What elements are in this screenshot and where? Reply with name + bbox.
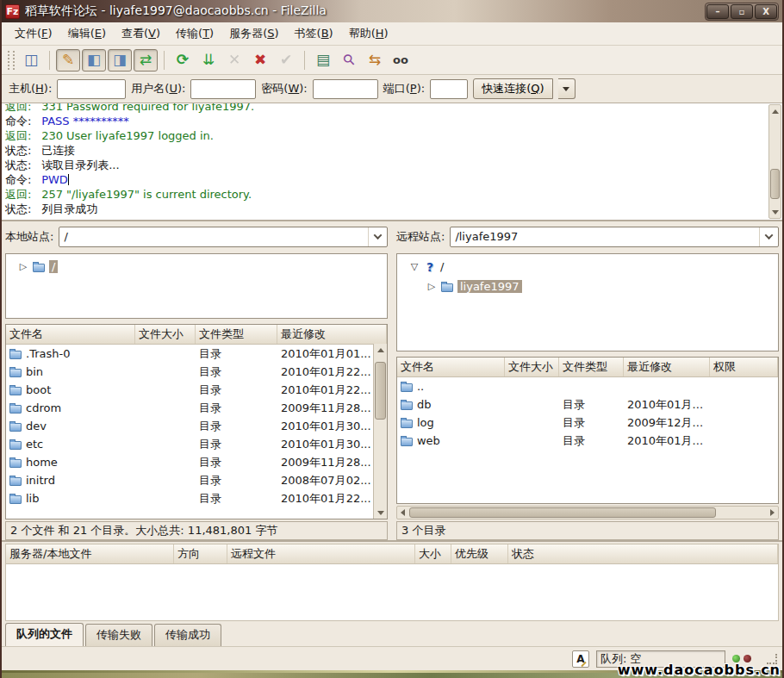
maximize-button[interactable]: ▫: [731, 4, 753, 19]
table-row[interactable]: dev目录2010年01月30...: [6, 417, 387, 435]
folder-icon: [9, 459, 22, 468]
table-row[interactable]: .Trash-0目录2010年01月01...: [6, 345, 387, 363]
directory-compare-button[interactable]: ⚲: [337, 49, 361, 72]
tab-queued-files[interactable]: 队列的文件: [5, 623, 84, 646]
scroll-left-icon[interactable]: [397, 507, 409, 519]
column-header-name[interactable]: 文件名: [6, 325, 135, 344]
local-file-list: 文件名 文件大小 文件类型 最近修改 .Trash-0目录2010年01月01.…: [5, 324, 388, 519]
column-header-size[interactable]: 文件大小: [135, 325, 196, 344]
tab-failed-transfers[interactable]: 传输失败: [85, 624, 152, 646]
filter-button[interactable]: ▤: [311, 49, 335, 72]
queue-col-server-local[interactable]: 服务器/本地文件: [6, 544, 174, 563]
close-button[interactable]: X: [755, 4, 777, 19]
menu-help[interactable]: 帮助(H): [341, 22, 396, 45]
expander-icon[interactable]: ▷: [426, 281, 437, 292]
quickconnect-button[interactable]: 快速连接(Q): [473, 78, 552, 99]
table-row[interactable]: etc目录2010年01月30...: [6, 435, 387, 453]
queue-col-remote[interactable]: 远程文件: [227, 544, 415, 563]
menu-view[interactable]: 查看(V): [114, 22, 168, 45]
scroll-up-icon[interactable]: [769, 105, 781, 117]
port-input[interactable]: [430, 79, 468, 99]
scrollbar-thumb[interactable]: [375, 362, 386, 420]
folder-icon: [9, 441, 22, 450]
combo-dropdown-button[interactable]: [368, 227, 387, 246]
remote-tree-root[interactable]: ▽ ? /: [399, 257, 776, 277]
scroll-down-icon[interactable]: [374, 507, 387, 519]
expander-icon[interactable]: ▷: [18, 261, 28, 272]
queue-header: 服务器/本地文件 方向 远程文件 大小 优先级 状态: [5, 544, 779, 564]
column-header-type[interactable]: 文件类型: [559, 358, 624, 376]
log-line: 返回: 331 Password required for liyafe1997…: [5, 103, 781, 114]
table-row[interactable]: web目录2010年01月...: [397, 432, 778, 450]
log-scrollbar[interactable]: [768, 104, 781, 219]
queue-col-status[interactable]: 状态: [508, 544, 778, 563]
column-header-modified[interactable]: 最近修改: [277, 325, 387, 344]
local-site-combo[interactable]: /: [59, 227, 388, 247]
scrollbar-thumb[interactable]: [770, 169, 780, 199]
queue-col-size[interactable]: 大小: [415, 544, 451, 563]
tab-successful-transfers[interactable]: 传输成功: [154, 624, 221, 646]
folder-icon: [9, 423, 22, 432]
quickconnect-dropdown-button[interactable]: [558, 78, 576, 99]
scroll-up-icon[interactable]: [374, 344, 387, 356]
column-header-modified[interactable]: 最近修改: [624, 358, 710, 376]
column-header-name[interactable]: 文件名: [397, 358, 505, 376]
password-input[interactable]: [313, 79, 378, 99]
scroll-right-icon[interactable]: [766, 507, 778, 519]
menu-transfer[interactable]: 传输(T): [168, 22, 221, 45]
column-header-type[interactable]: 文件类型: [196, 325, 277, 344]
abort-icon: ✔: [280, 53, 292, 67]
message-log: 返回: 331 Password required for liyafe1997…: [2, 103, 782, 221]
synchronized-browsing-button[interactable]: ⇆: [363, 49, 387, 72]
toolbar-grip[interactable]: [8, 51, 15, 70]
column-header-permissions[interactable]: 权限: [710, 358, 778, 376]
username-input[interactable]: [190, 79, 256, 99]
host-input[interactable]: [57, 79, 126, 99]
queue-view-toggle-button[interactable]: ⇄: [134, 49, 158, 72]
menu-server[interactable]: 服务器(S): [221, 22, 286, 45]
disconnect-button[interactable]: ✖: [248, 49, 272, 72]
remote-tree-item[interactable]: ▷ liyafe1997: [399, 277, 776, 296]
table-row[interactable]: boot目录2010年01月22...: [6, 381, 387, 399]
local-tree-root[interactable]: ▷ /: [8, 257, 385, 277]
queue-col-direction[interactable]: 方向: [174, 544, 227, 563]
watermark-text: www.daocaobbs.cn: [618, 662, 781, 678]
column-header-size[interactable]: 文件大小: [505, 358, 559, 376]
log-line: 状态: 读取目录列表...: [5, 158, 781, 172]
table-row[interactable]: log目录2009年12月...: [397, 414, 778, 432]
remote-status-bar: 3 个目录: [396, 521, 779, 540]
message-log-toggle-button[interactable]: ✎: [56, 49, 80, 72]
title-bar: Fz 稻草软件论坛 - liyafe1997@daocaobbs.cn - Fi…: [2, 0, 782, 22]
table-row[interactable]: cdrom目录2009年11月28...: [6, 399, 387, 417]
table-row[interactable]: db目录2010年01月...: [397, 395, 778, 414]
find-files-button[interactable]: oo: [389, 49, 413, 72]
combo-dropdown-button[interactable]: [759, 227, 778, 246]
window-controls: – ▫ X: [705, 3, 779, 21]
transfer-type-indicator-icon[interactable]: A: [572, 650, 589, 668]
table-row[interactable]: lib目录2010年01月22...: [6, 489, 387, 507]
table-row[interactable]: ..: [397, 377, 778, 395]
remote-h-scrollbar[interactable]: [396, 506, 779, 519]
site-manager-button[interactable]: ◫: [19, 49, 43, 72]
scrollbar-thumb[interactable]: [409, 507, 716, 518]
toolbar-separator: [304, 51, 305, 70]
table-row[interactable]: bin目录2010年01月22...: [6, 363, 387, 381]
table-row[interactable]: initrd目录2008年07月02...: [6, 471, 387, 489]
expander-open-icon[interactable]: ▽: [409, 261, 420, 272]
remote-tree-toggle-button[interactable]: ◨: [108, 49, 132, 72]
scroll-down-icon[interactable]: [769, 206, 781, 218]
menu-file[interactable]: 文件(F): [7, 22, 60, 45]
local-tree: ▷ /: [5, 253, 388, 319]
local-tree-toggle-button[interactable]: ◧: [82, 49, 106, 72]
menu-edit[interactable]: 编辑(E): [60, 22, 114, 45]
remote-site-combo[interactable]: /liyafe1997: [450, 227, 779, 247]
refresh-button[interactable]: ⟳: [171, 49, 195, 72]
local-list-scrollbar[interactable]: [373, 344, 387, 519]
toolbar-separator: [49, 51, 50, 70]
minimize-button[interactable]: –: [706, 4, 729, 19]
queue-col-priority[interactable]: 优先级: [451, 544, 508, 563]
local-list-header: 文件名 文件大小 文件类型 最近修改: [6, 325, 387, 345]
menu-bookmarks[interactable]: 书签(B): [287, 22, 341, 45]
table-row[interactable]: home目录2009年11月28...: [6, 453, 387, 471]
process-queue-button[interactable]: ⇊: [196, 49, 221, 72]
